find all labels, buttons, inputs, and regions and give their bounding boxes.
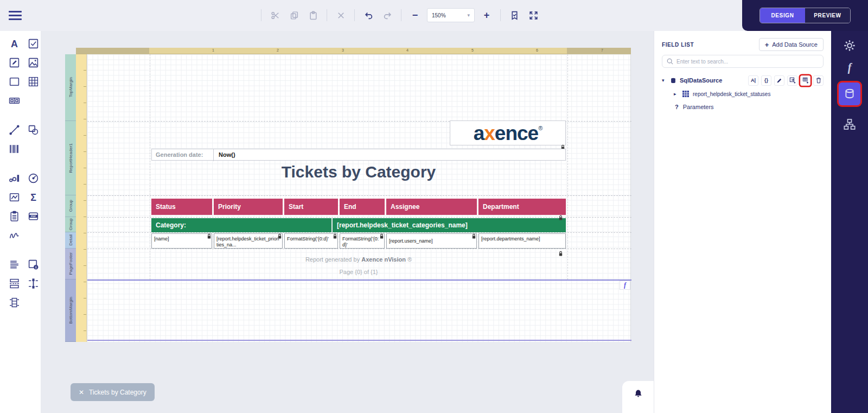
- question-icon: ?: [675, 104, 679, 110]
- tool-pivot-grid[interactable]: Σ: [26, 190, 40, 204]
- detail-cell-end[interactable]: FormatString('{0:d}': [340, 233, 385, 249]
- add-data-source-button[interactable]: + Add Data Source: [759, 38, 824, 51]
- detail-cell-assignee[interactable]: [report.users_name]: [386, 233, 477, 249]
- menu-icon[interactable]: [9, 11, 22, 20]
- band-report-header[interactable]: ReportHeader1: [65, 121, 76, 195]
- pencil-icon: [776, 78, 782, 84]
- tool-panel[interactable]: [7, 74, 21, 88]
- band-group[interactable]: Group: [65, 217, 76, 232]
- tool-label[interactable]: A: [7, 36, 21, 50]
- design-tab[interactable]: DESIGN: [760, 8, 805, 23]
- tool-gauge[interactable]: [26, 171, 40, 185]
- footer-page-number[interactable]: Page {0} of {1}: [150, 269, 567, 275]
- tool-pdf-content[interactable]: PDF: [26, 209, 40, 223]
- zoom-out-button[interactable]: −: [408, 8, 422, 22]
- sparkline-icon: [9, 192, 20, 203]
- tree-node-table[interactable]: ▸ report_helpdesk_ticket_statuses: [662, 87, 824, 100]
- report-title[interactable]: Tickets by Category: [150, 163, 567, 181]
- tool-rich-text[interactable]: [7, 55, 21, 69]
- tool-page-break[interactable]: [7, 276, 21, 290]
- category-field[interactable]: [report.helpdesk_ticket_categories_name]: [337, 218, 468, 232]
- band-group-header[interactable]: Group: [65, 195, 76, 217]
- zoom-select[interactable]: 150% ▾: [427, 8, 475, 22]
- detail-cell-start[interactable]: FormatString('{0:d}': [284, 233, 338, 249]
- tool-line[interactable]: [7, 123, 21, 137]
- parameters-button[interactable]: {}: [761, 75, 771, 86]
- query-arrow-icon: [789, 77, 796, 84]
- add-query-button[interactable]: [800, 75, 810, 86]
- zoom-in-button[interactable]: +: [480, 8, 494, 22]
- report-explorer-button[interactable]: [839, 114, 860, 135]
- tool-signature[interactable]: [7, 228, 21, 242]
- tool-chart[interactable]: [7, 171, 21, 185]
- svg-text:PDF: PDF: [31, 215, 36, 218]
- edit-button[interactable]: [774, 75, 784, 86]
- add-table-icon: [802, 77, 809, 84]
- ruler-tick: 1: [212, 48, 214, 52]
- generation-date-row[interactable]: Generation date: Now(): [151, 149, 566, 161]
- detail-cell-department[interactable]: [report.departments_name]: [478, 233, 566, 249]
- tool-page-info[interactable]: [7, 209, 21, 223]
- tree-node-parameters[interactable]: ? Parameters: [662, 100, 824, 113]
- generation-date-value[interactable]: Now(): [219, 151, 235, 158]
- band-top-margin[interactable]: TopMargin: [65, 54, 76, 121]
- tool-sparkline[interactable]: [7, 190, 21, 204]
- tool-table-of-contents[interactable]: [7, 257, 21, 271]
- notification-corner: [622, 381, 654, 413]
- chevron-right-icon[interactable]: ▸: [674, 91, 679, 97]
- cut-button[interactable]: [268, 8, 282, 22]
- fullscreen-icon: [529, 11, 538, 20]
- tool-character-comb[interactable]: [7, 93, 21, 107]
- tool-barcode[interactable]: [7, 142, 21, 156]
- chevron-down-icon[interactable]: ▾: [662, 78, 667, 83]
- tool-picture-box[interactable]: [26, 55, 40, 69]
- search-input[interactable]: [676, 59, 819, 65]
- header-cell-status[interactable]: Status: [151, 199, 212, 215]
- preview-tab[interactable]: PREVIEW: [805, 8, 850, 23]
- fullscreen-button[interactable]: [526, 8, 540, 22]
- delete-datasource-button[interactable]: [813, 75, 824, 86]
- delete-button[interactable]: [334, 8, 348, 22]
- band-page-footer[interactable]: PageFooter: [65, 249, 76, 279]
- footer-generated-text[interactable]: Report generated by Axence nVision ®: [150, 256, 567, 263]
- tree-node-sqldatasource[interactable]: ▾ SqlDataSource A| {}: [662, 73, 824, 87]
- expressions-button[interactable]: f: [848, 61, 852, 74]
- header-cell-priority[interactable]: Priority: [214, 199, 283, 215]
- gauge-icon: [28, 173, 39, 184]
- tool-check-box[interactable]: [26, 36, 40, 50]
- tool-shape[interactable]: [26, 123, 40, 137]
- tool-cross-band-box[interactable]: [7, 295, 21, 309]
- formula-indicator-icon[interactable]: f: [620, 281, 630, 290]
- header-cell-start[interactable]: Start: [284, 199, 338, 215]
- field-list-button-active[interactable]: [839, 82, 860, 105]
- detail-cell-name[interactable]: [name]: [151, 233, 212, 249]
- band-bottom-margin[interactable]: BottomMargin: [65, 279, 76, 342]
- category-group-row[interactable]: Category: [report.helpdesk_ticket_catego…: [151, 218, 566, 232]
- properties-button[interactable]: [839, 35, 860, 56]
- header-cell-end[interactable]: End: [340, 199, 385, 215]
- ruler-corner: [76, 48, 87, 54]
- bell-icon[interactable]: [634, 389, 643, 398]
- band-detail[interactable]: Detail: [65, 232, 76, 249]
- paste-button[interactable]: [306, 8, 320, 22]
- edit-query-button[interactable]: [787, 75, 797, 86]
- document-tab[interactable]: ✕ Tickets by Category: [71, 383, 155, 401]
- pdf-icon: PDF: [28, 211, 39, 222]
- detail-cell-priority[interactable]: [report.helpdesk_ticket_priorities_na...: [214, 233, 283, 249]
- header-cell-department[interactable]: Department: [478, 199, 566, 215]
- tool-cross-band-line[interactable]: [26, 276, 40, 290]
- horizontal-ruler: 1 2 3 4 5 6 7: [87, 48, 631, 54]
- rename-button[interactable]: A|: [748, 75, 758, 86]
- logo-picture-box[interactable]: axence®: [450, 120, 566, 145]
- undo-button[interactable]: [361, 8, 375, 22]
- copy-button[interactable]: [287, 8, 301, 22]
- tool-subreport[interactable]: [26, 257, 40, 271]
- header-cell-assignee[interactable]: Assignee: [386, 199, 477, 215]
- tool-table[interactable]: [26, 74, 40, 88]
- vertical-ruler: [76, 54, 87, 342]
- redo-button[interactable]: [380, 8, 394, 22]
- line-icon: [9, 124, 20, 136]
- close-icon[interactable]: ✕: [79, 389, 84, 396]
- validate-button[interactable]: [507, 8, 521, 22]
- lock-icon: [558, 251, 563, 257]
